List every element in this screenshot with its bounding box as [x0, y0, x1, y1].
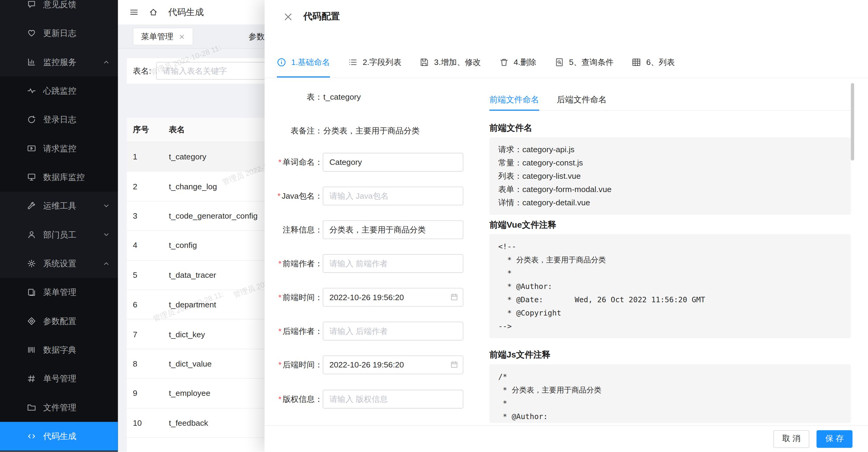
step-list-columns[interactable]: 6、列表: [632, 47, 675, 78]
save-button[interactable]: 保 存: [816, 430, 852, 448]
calendar-icon: [450, 361, 459, 369]
sidebar-item-label: 心跳监控: [43, 86, 76, 96]
drawer-header: 代码配置: [265, 0, 868, 33]
cell-index: 6: [127, 300, 160, 309]
sidebar-group-settings[interactable]: 系统设置: [0, 249, 118, 278]
vue-comment-heading: 前端Vue文件注释: [489, 219, 556, 231]
sidebar-item-data-dict[interactable]: 数据字典: [0, 335, 118, 364]
field-label: *前端时间：: [271, 292, 323, 303]
sidebar-item-label: 数据库监控: [43, 172, 85, 182]
step-label: 6、列表: [646, 57, 675, 67]
comment-info-input[interactable]: [323, 220, 463, 239]
reload-arrow-icon: [27, 115, 36, 124]
frontend-author-input[interactable]: [323, 254, 463, 273]
sidebar-item-param-config[interactable]: 参数配置: [0, 307, 118, 335]
sidebar-item-label: 系统设置: [43, 258, 76, 269]
field-label: 注释信息：: [271, 224, 323, 235]
sidebar-item-label: 运维工具: [43, 201, 76, 211]
screen-play-icon: [27, 144, 36, 153]
pulse-icon: [27, 86, 36, 95]
close-icon[interactable]: [283, 12, 293, 21]
sidebar-item-feedback[interactable]: 意见反馈: [0, 0, 118, 19]
field-label: 表备注：: [271, 125, 323, 136]
sidebar-item-label: 更新日志: [43, 28, 76, 39]
sidebar-item-heartbeat[interactable]: 心跳监控: [0, 77, 118, 105]
tab-close-icon[interactable]: [179, 33, 185, 39]
monitor-icon: [27, 173, 36, 181]
sidebar-item-label: 登录日志: [43, 115, 76, 125]
cell-index: 4: [127, 241, 160, 250]
sidebar-item-menu-mgmt[interactable]: 菜单管理: [0, 278, 118, 306]
sidebar-item-changelog[interactable]: 更新日志: [0, 19, 118, 48]
heart-icon: [27, 29, 36, 37]
sidebar-item-login-log[interactable]: 登录日志: [0, 105, 118, 134]
tab-label: 菜单管理: [141, 31, 173, 42]
tab-label: 前端文件命名: [489, 94, 539, 105]
frontend-file-names-heading: 前端文件名: [489, 122, 532, 134]
sidebar-group-monitor[interactable]: 监控服务: [0, 48, 118, 77]
doc-search-icon: [555, 57, 564, 67]
sidebar-item-label: 监控服务: [43, 57, 76, 67]
cancel-button[interactable]: 取 消: [773, 430, 809, 448]
step-field-list[interactable]: 2.字段列表: [348, 47, 401, 78]
step-basic-naming[interactable]: 1.基础命名: [277, 47, 330, 78]
step-label: 2.字段列表: [363, 57, 402, 67]
person-icon: [27, 230, 36, 239]
form-row-frontend-author: *前端作者：: [271, 254, 472, 273]
sidebar-item-label: 部门员工: [43, 230, 76, 240]
sidebar-item-db-monitor[interactable]: 数据库监控: [0, 163, 118, 191]
tab-menu-mgmt[interactable]: 菜单管理: [133, 28, 193, 46]
tab-backend-file-naming[interactable]: 后端文件命名: [557, 88, 607, 111]
code-line: * @Author:: [498, 280, 842, 293]
word-naming-input[interactable]: [323, 153, 463, 172]
cell-index: 7: [127, 330, 160, 338]
tab-frontend-file-naming[interactable]: 前端文件命名: [489, 88, 539, 111]
sidebar-item-label: 单号管理: [43, 373, 76, 384]
form-row-backend-author: *后端作者：: [271, 322, 472, 340]
file-name-line: 详情：category-detail.vue: [498, 196, 842, 209]
sidebar-submenu-monitor: 心跳监控 登录日志 请求监控 数据库监控: [0, 77, 118, 191]
table-name-label: 表名:: [133, 65, 151, 76]
cell-index: 1: [127, 152, 160, 161]
sidebar-item-label: 意见反馈: [43, 0, 76, 10]
sidebar-item-label: 请求监控: [43, 143, 76, 154]
pages-icon: [27, 288, 36, 297]
backend-time-picker[interactable]: [323, 355, 463, 374]
code-line: -->: [498, 320, 842, 333]
field-label: *版权信息：: [271, 394, 323, 404]
hamburger-menu-icon[interactable]: [129, 8, 138, 17]
file-name-line: 列表：category-list.vue: [498, 170, 842, 183]
form-row-frontend-time: *前端时间：: [271, 288, 472, 306]
sidebar-item-serial-mgmt[interactable]: 单号管理: [0, 364, 118, 393]
frontend-time-picker[interactable]: [323, 288, 463, 306]
step-label: 3.增加、修改: [434, 57, 481, 67]
step-delete[interactable]: 4.删除: [499, 47, 536, 78]
info-circle-icon: [277, 57, 286, 67]
calendar-icon: [450, 293, 459, 301]
grid-table-icon: [632, 57, 641, 67]
java-package-input[interactable]: [323, 187, 463, 205]
home-icon[interactable]: [149, 8, 158, 17]
field-label: *后端作者：: [271, 326, 323, 336]
step-query-conditions[interactable]: 5、查询条件: [555, 47, 614, 78]
sidebar-group-ops-tools[interactable]: 运维工具: [0, 191, 118, 220]
copyright-input[interactable]: [323, 390, 463, 409]
save-floppy-icon: [420, 57, 429, 67]
form-row-remark: 表备注： 分类表，主要用于商品分类: [271, 121, 472, 140]
step-add-edit[interactable]: 3.增加、修改: [420, 47, 481, 78]
naming-preview-tabs: 前端文件命名 后端文件命名: [489, 88, 851, 111]
form-row-java-package: *Java包名：: [271, 187, 472, 205]
sidebar-item-request-monitor[interactable]: 请求监控: [0, 134, 118, 163]
sidebar-item-code-generator[interactable]: 代码生成: [0, 422, 118, 451]
list-icon: [348, 57, 358, 67]
backend-author-input[interactable]: [323, 322, 463, 340]
config-steps: 1.基础命名 2.字段列表 3.增加、修改 4.删除 5、查询条件 6、列表: [265, 47, 868, 78]
cell-index: 2: [127, 182, 160, 190]
sidebar-group-department[interactable]: 部门员工: [0, 220, 118, 249]
gear-icon: [27, 259, 36, 268]
field-label: *前端作者：: [271, 258, 323, 269]
sidebar-item-file-mgmt[interactable]: 文件管理: [0, 393, 118, 422]
trash-icon: [499, 57, 508, 67]
page-title: 代码生成: [168, 6, 204, 18]
drawer-scrollbar-thumb[interactable]: [851, 83, 854, 161]
